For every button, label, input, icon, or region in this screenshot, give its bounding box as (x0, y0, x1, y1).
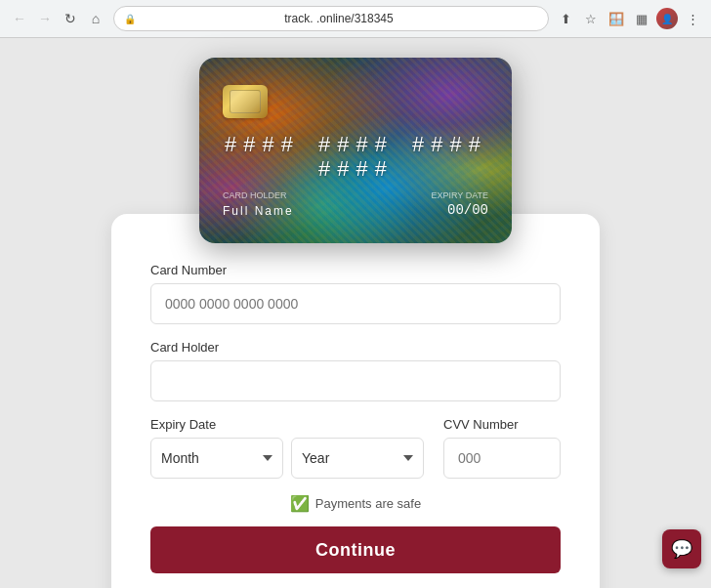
reload-button[interactable]: ↻ (59, 7, 82, 30)
extensions-button[interactable]: 🪟 (606, 8, 627, 29)
page-content: #### #### #### #### Card Holder Full Nam… (0, 38, 711, 588)
window-button[interactable]: ▦ (631, 8, 652, 29)
cvv-label: CVV Number (443, 417, 561, 432)
expiry-label: Expiry Date (150, 417, 424, 432)
share-button[interactable]: ⬆ (555, 8, 576, 29)
address-bar[interactable]: 🔒 track. .online/318345 (113, 6, 549, 31)
browser-toolbar: ← → ↻ ⌂ 🔒 track. .online/318345 ⬆ ☆ 🪟 ▦ … (0, 0, 711, 37)
chat-icon: 💬 (671, 538, 692, 560)
month-select[interactable]: Month 01 02 03 04 05 06 07 08 09 10 11 1… (150, 438, 283, 479)
chat-widget[interactable]: 💬 (662, 529, 701, 568)
toolbar-icons: ⬆ ☆ 🪟 ▦ 👤 ⋮ (555, 8, 703, 29)
card-number-display: #### #### #### #### (199, 134, 512, 183)
safe-payments-text: Payments are safe (315, 496, 421, 511)
browser-chrome: ← → ↻ ⌂ 🔒 track. .online/318345 ⬆ ☆ 🪟 ▦ … (0, 0, 711, 38)
credit-card: #### #### #### #### Card Holder Full Nam… (199, 58, 512, 243)
card-expiry-label: Expiry Date (431, 190, 488, 200)
forward-button[interactable]: → (33, 7, 57, 30)
bookmark-button[interactable]: ☆ (580, 8, 602, 29)
card-holder-form-label: Card Holder (150, 340, 561, 355)
card-expiry-value: 00/00 (447, 202, 488, 218)
card-holder-value: Full Name (223, 204, 294, 218)
card-number-group: Card Number (150, 263, 561, 324)
continue-button[interactable]: Continue (150, 526, 561, 573)
safe-payments-row: ✅ Payments are safe (150, 494, 561, 513)
expiry-cvv-row: Expiry Date Month 01 02 03 04 05 06 07 0… (150, 417, 561, 479)
url-text: track. .online/318345 (140, 12, 538, 25)
expiry-group: Expiry Date Month 01 02 03 04 05 06 07 0… (150, 417, 424, 479)
nav-buttons: ← → ↻ ⌂ (8, 7, 107, 30)
year-select[interactable]: Year 2024 2025 2026 2027 2028 2029 2030 (291, 438, 424, 479)
payment-form: Card Number Card Holder Expiry Date Mont… (111, 214, 600, 588)
card-holder-input[interactable] (150, 360, 561, 401)
menu-button[interactable]: ⋮ (682, 8, 703, 29)
credit-card-wrapper: #### #### #### #### Card Holder Full Nam… (199, 58, 512, 243)
cvv-input[interactable] (443, 438, 561, 479)
card-chip (223, 85, 268, 118)
card-holder-label: Card Holder (223, 190, 287, 200)
card-holder-group: Card Holder (150, 340, 561, 401)
home-button[interactable]: ⌂ (84, 7, 107, 30)
cvv-group: CVV Number (443, 417, 561, 479)
back-button[interactable]: ← (8, 7, 31, 30)
card-number-label: Card Number (150, 263, 561, 277)
expiry-selects: Month 01 02 03 04 05 06 07 08 09 10 11 1… (150, 438, 424, 479)
card-number-input[interactable] (150, 283, 561, 324)
profile-avatar[interactable]: 👤 (656, 8, 678, 29)
shield-icon: ✅ (290, 494, 310, 513)
lock-icon: 🔒 (124, 14, 136, 24)
